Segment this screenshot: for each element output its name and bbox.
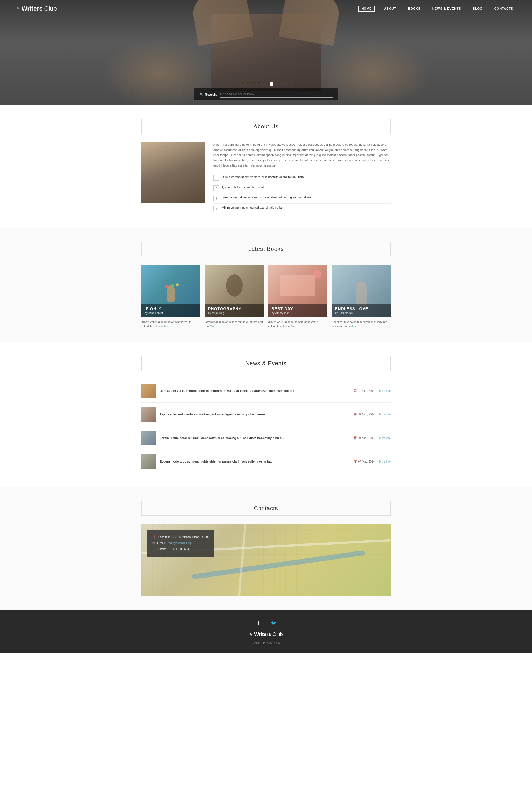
site-logo[interactable]: ✎ Writers Club	[17, 5, 57, 12]
news-header: News & Events	[141, 356, 391, 371]
book-cover-3: BEST DAY by Jimmy Mon	[268, 265, 327, 317]
book-card-4[interactable]: ENDLESS LOVE by Barbara Idy Cel eum iriu…	[332, 265, 391, 329]
news-date-1: 📅 21 April, 2014	[353, 389, 374, 392]
news-meta-4: 📅 07 May, 2014 More info	[354, 460, 391, 463]
news-meta-1: 📅 21 April, 2014 More info	[353, 389, 391, 392]
calendar-icon-2: 📅	[353, 413, 357, 416]
list-item: 3 Lorem ipsum dolor sit amet, consectetu…	[213, 193, 391, 204]
twitter-icon: 🐦	[271, 621, 276, 626]
list-item: 2 Typi non habent claritatem insita	[213, 183, 391, 193]
book-card-1[interactable]: IF ONLY by Jane Forest Autem vel eum iri…	[141, 265, 200, 329]
news-text-3: Lorem ipsum dolor sit amet, consectetuer…	[160, 436, 350, 440]
book-overlay-3: BEST DAY by Jimmy Mon	[268, 304, 327, 317]
about-list: 1 Duis autemad minim veniam, quis nostru…	[213, 173, 391, 214]
news-date-3: 📅 30 April, 2014	[353, 436, 374, 439]
nav-books[interactable]: BOOKS	[406, 6, 423, 11]
book-title-2: PHOTOGRAPHY	[208, 306, 261, 311]
news-more-2[interactable]: More info	[379, 413, 391, 416]
slider-dot-1[interactable]	[258, 82, 262, 86]
book-more-3[interactable]: More	[291, 325, 297, 328]
book-overlay-1: IF ONLY by Jane Forest	[141, 304, 200, 317]
email-row: ✉ E-mail: mail@demolink.org	[152, 540, 209, 546]
slider-dot-2[interactable]	[264, 82, 268, 86]
address-row: 📍 Location: 9870 St Vincent Place, DC 45	[152, 534, 209, 540]
about-text-area: Autem vel eum iriure dolor in hendrerit …	[213, 142, 391, 214]
contacts-info: 📍 Location: 9870 St Vincent Place, DC 45…	[147, 530, 214, 557]
book-more-4[interactable]: More	[351, 325, 357, 328]
facebook-button[interactable]: f	[254, 618, 263, 628]
news-thumb-1	[141, 383, 156, 398]
calendar-icon-4: 📅	[354, 460, 357, 463]
book-cover-4: ENDLESS LOVE by Barbara Idy	[332, 265, 391, 317]
book-title-3: BEST DAY	[271, 306, 324, 311]
news-date-4: 📅 07 May, 2014	[354, 460, 374, 463]
navigation: ✎ Writers Club HOME ABOUT BOOKS NEWS & E…	[0, 0, 532, 17]
twitter-button[interactable]: 🐦	[269, 618, 278, 628]
book-overlay-2: PHOTOGRAPHY by Mike Krag	[205, 304, 264, 317]
news-meta-3: 📅 30 April, 2014 More info	[353, 436, 391, 439]
about-section: About Us Autem vel eum iriure dolor in h…	[0, 105, 532, 228]
book-author-1: by Jane Forest	[145, 311, 197, 315]
list-item: 4 Minim veniam, quis nostrud exerci tati…	[213, 204, 391, 214]
book-desc-1: Autem vel eum iriure dolor in hendrerit …	[141, 320, 200, 329]
book-overlay-4: ENDLESS LOVE by Barbara Idy	[332, 304, 391, 317]
news-list: Duis autem vel eum iriure dolor in hendr…	[141, 379, 391, 473]
news-thumb-4	[141, 454, 156, 469]
book-author-2: by Mike Krag	[208, 311, 261, 315]
news-thumb-2	[141, 407, 156, 421]
about-title: About Us	[146, 123, 386, 130]
search-input[interactable]	[220, 91, 332, 98]
news-item-4: Eodem modo typi, qui nunc nobis videntur…	[141, 450, 391, 473]
email-icon: ✉	[152, 540, 155, 546]
address-value: 9870 St Vincent Place, DC 45	[172, 534, 209, 540]
pen-icon: ✎	[17, 6, 20, 11]
book-cover-1: IF ONLY by Jane Forest	[141, 265, 200, 317]
search-bar: 🔍 Search:	[194, 88, 338, 100]
book-card-2[interactable]: PHOTOGRAPHY by Mike Krag Lorem ipsum dol…	[205, 265, 264, 329]
news-item-1: Duis autem vel eum iriure dolor in hendr…	[141, 379, 391, 403]
books-title: Latest Books	[146, 246, 386, 252]
book-author-4: by Barbara Idy	[335, 311, 387, 315]
footer: f 🐦 ✎ Writers Club © 2014 | Privacy Poli…	[0, 610, 532, 653]
book-desc-4: Cel eum iriure dolor in hendrerit in vul…	[332, 320, 391, 329]
location-icon: 📍	[152, 534, 156, 540]
book-title-4: ENDLESS LOVE	[335, 306, 387, 311]
book-cover-2: PHOTOGRAPHY by Mike Krag	[205, 265, 264, 317]
news-more-4[interactable]: More info	[379, 460, 391, 463]
book-more-2[interactable]: More	[210, 325, 216, 328]
phone-value: +1 800 603 6035	[169, 547, 190, 552]
facebook-icon: f	[258, 620, 259, 626]
slider-dots	[258, 82, 274, 86]
nav-contacts[interactable]: CONTACTS	[492, 6, 515, 11]
book-card-3[interactable]: BEST DAY by Jimmy Mon Autem vel eum iriu…	[268, 265, 327, 329]
news-section: News & Events Duis autem vel eum iriure …	[0, 342, 532, 487]
nav-news-events[interactable]: NEWS & EVENTS	[430, 6, 463, 11]
news-thumb-3	[141, 431, 156, 445]
book-more-1[interactable]: More	[164, 325, 171, 328]
footer-site-name: Writers Club	[254, 632, 283, 637]
nav-home[interactable]: HOME	[358, 5, 374, 12]
phone-label: Phone:	[159, 547, 167, 552]
phone-row: 📞 Phone: +1 800 603 6035	[152, 546, 209, 552]
address-label: Location:	[159, 534, 170, 540]
book-desc-3: Autem vel eum iriure dolor in hendrerit …	[268, 320, 327, 329]
slider-dot-3[interactable]	[270, 82, 274, 86]
news-item-2: Typi non habent claritatem insitam; est …	[141, 403, 391, 426]
footer-social: f 🐦	[254, 618, 278, 628]
footer-logo: ✎ Writers Club	[249, 632, 283, 637]
books-grid: IF ONLY by Jane Forest Autem vel eum iri…	[141, 265, 391, 329]
search-icon: 🔍	[200, 92, 204, 97]
calendar-icon-3: 📅	[353, 436, 357, 439]
nav-about[interactable]: ABOUT	[382, 6, 398, 11]
news-meta-2: 📅 28 April, 2014 More info	[353, 413, 391, 416]
email-value: mail@demolink.org	[168, 540, 192, 546]
news-more-1[interactable]: More info	[379, 389, 391, 392]
about-header: About Us	[141, 119, 391, 134]
books-header: Latest Books	[141, 242, 391, 256]
book-title-1: IF ONLY	[145, 306, 197, 311]
contacts-map: 📍 Location: 9870 St Vincent Place, DC 45…	[141, 524, 391, 596]
about-image	[141, 142, 205, 203]
news-more-3[interactable]: More info	[379, 436, 391, 439]
news-text-1: Duis autem vel eum iriure dolor in hendr…	[160, 389, 350, 393]
nav-blog[interactable]: BLOG	[471, 6, 485, 11]
